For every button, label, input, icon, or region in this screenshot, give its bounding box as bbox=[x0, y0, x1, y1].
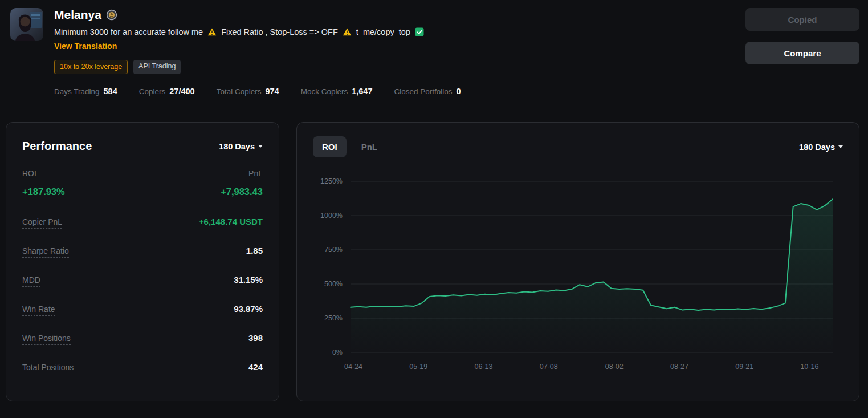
perf-row-value: 424 bbox=[248, 362, 263, 372]
perf-row-label[interactable]: Sharpe Ratio bbox=[22, 246, 69, 258]
stat-label[interactable]: Copiers bbox=[139, 87, 166, 98]
pnl-label[interactable]: PnL bbox=[248, 169, 263, 180]
api-trading-tag: API Trading bbox=[133, 60, 181, 74]
perf-row-label[interactable]: Total Positions bbox=[22, 363, 74, 374]
pnl-value: +7,983.43 bbox=[221, 186, 263, 197]
trader-name: Melanya bbox=[54, 8, 101, 22]
stat-label: Days Trading bbox=[54, 87, 100, 96]
trader-bio: Minimum 3000 for an accurate follow me F… bbox=[54, 27, 461, 36]
svg-text:04-24: 04-24 bbox=[344, 363, 362, 371]
trader-info: Melanya Minimum 3000 for an accurate fol… bbox=[54, 8, 461, 98]
stat-label[interactable]: Total Copiers bbox=[217, 87, 262, 98]
roi-line-chart[interactable]: 1250%1000%750%500%250%0%04-2405-1906-130… bbox=[313, 169, 843, 374]
perf-row-copier-pnl: Copier PnL +6,148.74 USDT bbox=[22, 217, 263, 229]
trader-name-row: Melanya bbox=[54, 8, 461, 22]
svg-text:05-19: 05-19 bbox=[409, 363, 427, 371]
trader-tags: 10x to 20x leverage API Trading bbox=[54, 60, 461, 74]
perf-row-total-positions: Total Positions 424 bbox=[22, 362, 263, 374]
stat-mock-copiers: Mock Copiers 1,647 bbox=[301, 87, 373, 96]
warning-icon bbox=[343, 27, 352, 36]
stat-label[interactable]: Closed Portfolios bbox=[394, 87, 452, 98]
bio-text-1: Minimum 3000 for an accurate follow me bbox=[54, 27, 203, 36]
chart-period-value: 180 Days bbox=[799, 143, 835, 152]
copied-button[interactable]: Copied bbox=[745, 8, 859, 31]
svg-text:0%: 0% bbox=[332, 348, 343, 356]
chart-period-dropdown[interactable]: 180 Days bbox=[799, 143, 843, 152]
stat-days-trading: Days Trading 584 bbox=[54, 87, 117, 96]
perf-row-label[interactable]: Win Rate bbox=[22, 305, 55, 316]
bio-telegram-handle: t_me/copy_top bbox=[356, 27, 410, 36]
svg-text:08-02: 08-02 bbox=[605, 363, 624, 371]
performance-summary: ROI +187.93% PnL +7,983.43 bbox=[22, 169, 263, 197]
stat-value: 974 bbox=[265, 87, 279, 96]
performance-period-value: 180 Days bbox=[219, 142, 255, 151]
roi-label[interactable]: ROI bbox=[22, 169, 36, 180]
warning-icon bbox=[207, 27, 217, 36]
verified-check-icon bbox=[415, 27, 424, 36]
perf-row-value: 93.87% bbox=[234, 304, 263, 314]
header-action-buttons: Copied Compare bbox=[745, 8, 859, 98]
svg-text:09-21: 09-21 bbox=[735, 363, 753, 371]
performance-card-header: Performance 180 Days bbox=[22, 140, 263, 153]
chevron-down-icon bbox=[258, 145, 263, 148]
stat-copiers: Copiers 27/400 bbox=[139, 87, 195, 98]
perf-row-value: 1.85 bbox=[246, 246, 263, 255]
pnl-summary: PnL +7,983.43 bbox=[221, 169, 263, 197]
stat-total-copiers: Total Copiers 974 bbox=[217, 87, 279, 98]
tab-roi[interactable]: ROI bbox=[313, 136, 347, 157]
stat-value: 584 bbox=[104, 87, 117, 96]
stat-value: 27/400 bbox=[169, 87, 194, 96]
roi-chart-svg: 1250%1000%750%500%250%0%04-2405-1906-130… bbox=[313, 169, 843, 374]
chevron-down-icon bbox=[838, 145, 843, 148]
perf-row-value: 398 bbox=[248, 333, 263, 343]
svg-text:500%: 500% bbox=[324, 280, 343, 288]
performance-title: Performance bbox=[22, 140, 92, 153]
trader-stats-row: Days Trading 584 Copiers 27/400 Total Co… bbox=[54, 87, 461, 98]
perf-row-label[interactable]: Win Positions bbox=[22, 334, 71, 345]
main-content: Performance 180 Days ROI +187.93% PnL +7… bbox=[0, 122, 868, 401]
perf-row-win-positions: Win Positions 398 bbox=[22, 333, 263, 345]
performance-card: Performance 180 Days ROI +187.93% PnL +7… bbox=[6, 122, 279, 401]
svg-text:250%: 250% bbox=[324, 314, 343, 322]
stat-label: Mock Copiers bbox=[301, 87, 348, 96]
leverage-tag: 10x to 20x leverage bbox=[54, 60, 128, 74]
trader-profile-header: Melanya Minimum 3000 for an accurate fol… bbox=[0, 0, 868, 98]
perf-row-label[interactable]: MDD bbox=[22, 275, 40, 287]
trader-avatar bbox=[10, 8, 43, 41]
svg-text:1250%: 1250% bbox=[320, 177, 343, 185]
perf-row-mdd: MDD 31.15% bbox=[22, 275, 263, 287]
tab-pnl[interactable]: PnL bbox=[352, 136, 386, 157]
perf-row-sharpe-ratio: Sharpe Ratio 1.85 bbox=[22, 246, 263, 258]
svg-text:750%: 750% bbox=[324, 246, 343, 254]
svg-text:07-08: 07-08 bbox=[540, 363, 558, 371]
svg-text:08-27: 08-27 bbox=[670, 363, 688, 371]
perf-row-label[interactable]: Copier PnL bbox=[22, 217, 62, 229]
view-translation-link[interactable]: View Translation bbox=[54, 42, 117, 51]
compare-button[interactable]: Compare bbox=[745, 42, 859, 64]
chart-metric-tabs: ROI PnL bbox=[313, 136, 386, 157]
svg-text:1000%: 1000% bbox=[320, 212, 343, 220]
svg-text:10-16: 10-16 bbox=[800, 363, 818, 371]
trader-identity: Melanya Minimum 3000 for an accurate fol… bbox=[10, 8, 461, 98]
perf-row-value: 31.15% bbox=[234, 275, 263, 285]
bio-text-2: Fixed Ratio , Stop-Loss => OFF bbox=[221, 27, 338, 36]
roi-summary: ROI +187.93% bbox=[22, 169, 65, 197]
roi-chart-card: ROI PnL 180 Days 1250%1000%750%500%250%0… bbox=[296, 122, 859, 401]
stat-closed-portfolios: Closed Portfolios 0 bbox=[394, 87, 461, 98]
roi-value: +187.93% bbox=[22, 186, 65, 197]
performance-period-dropdown[interactable]: 180 Days bbox=[219, 142, 263, 151]
avatar-placeholder-image bbox=[10, 8, 43, 41]
stat-value: 1,647 bbox=[352, 87, 372, 96]
medal-badge-icon bbox=[106, 9, 117, 21]
stat-value: 0 bbox=[457, 87, 461, 96]
perf-row-value: +6,148.74 USDT bbox=[199, 217, 263, 226]
svg-text:06-13: 06-13 bbox=[475, 363, 493, 371]
perf-row-win-rate: Win Rate 93.87% bbox=[22, 304, 263, 316]
chart-card-header: ROI PnL 180 Days bbox=[313, 136, 843, 157]
